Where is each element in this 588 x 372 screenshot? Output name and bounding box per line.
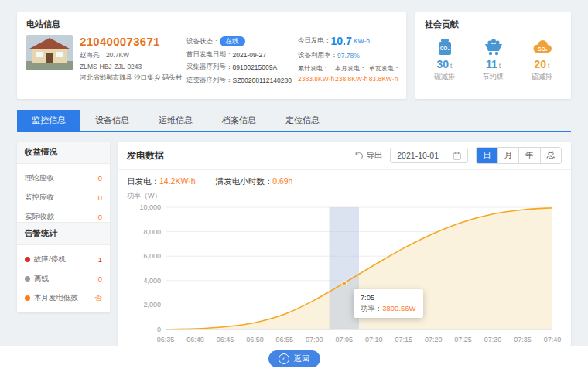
station-owner-line: 赵海亮 20.7KW — [80, 51, 186, 60]
chart-toolbar: 导出 2021-10-01 日 月 年 — [354, 147, 562, 164]
revenue-row: 实际收款 0 — [17, 203, 110, 222]
contribution-panel-title: 社会贡献 — [415, 12, 571, 33]
range-year-button[interactable]: 年 — [518, 148, 540, 163]
alarm-value: 0 — [98, 275, 102, 283]
today-gen-label: 今日发电： — [298, 36, 331, 46]
today-gen-value: 10.7 — [331, 35, 352, 47]
inverter-label: 逆变器序列号： — [186, 76, 233, 85]
range-month-button[interactable]: 月 — [497, 148, 519, 163]
footer-bar: ‹ 返回 — [0, 346, 588, 372]
svg-text:06:45: 06:45 — [217, 336, 234, 343]
per-watt-stat: 单瓦发电： 83.8KW·h — [369, 64, 397, 83]
svg-text:2,000: 2,000 — [143, 301, 161, 309]
contribution-items: CO₂ 30t 碳减排 — [415, 33, 571, 82]
svg-text:06:55: 06:55 — [276, 336, 294, 343]
month-gen-label: 本月发电： — [335, 64, 365, 73]
svg-text:07:20: 07:20 — [425, 336, 443, 343]
station-basic-info: 210400073671 赵海亮 20.7KW ZLMS-HBJ-ZJL-024… — [80, 35, 186, 88]
collector-sn: 89100215009A — [233, 63, 278, 71]
daily-gen-label: 日发电： — [127, 176, 159, 186]
owner-name: 赵海亮 — [80, 51, 100, 59]
device-status-label: 设备状态： — [186, 37, 220, 46]
total-gen-stat: 累计发电： 2383.8KW·h — [298, 64, 331, 83]
per-watt-label: 单瓦发电： — [369, 64, 397, 73]
svg-text:07:25: 07:25 — [454, 336, 472, 343]
online-badge: 在线 — [220, 36, 245, 46]
tab-monitor-info[interactable]: 监控信息 — [17, 110, 80, 131]
coal-label: 节约煤 — [471, 72, 516, 82]
full-hours-value: 0.69h — [272, 176, 292, 186]
coal-cart-icon — [484, 38, 504, 56]
generation-stats: 累计发电： 2383.8KW·h 本月发电： 238.8KW·h 单瓦发电： 8… — [298, 64, 397, 83]
svg-text:07:15: 07:15 — [395, 336, 412, 343]
total-gen-label: 累计发电： — [298, 64, 331, 73]
station-address: 河北省邯郸市魏县 沙口集乡 码头村 — [80, 73, 186, 83]
alarm-label: 离线 — [34, 274, 49, 284]
station-panel-title: 电站信息 — [17, 12, 406, 33]
alarm-value: 1 — [98, 255, 102, 264]
first-gen-date: 2021-09-27 — [233, 51, 266, 59]
generation-chart[interactable]: 02,0004,0006,0008,00010,00006:3506:4006:… — [127, 201, 562, 351]
export-icon — [354, 152, 363, 160]
inverter-sn: SZ00208112140280 — [233, 77, 292, 84]
station-code: ZLMS-HBJ-ZJL-0243 — [80, 63, 186, 70]
chart-header: 发电数据 导出 2021-10-01 — [118, 142, 571, 170]
page: 电站信息 210400073671 赵海 — [0, 0, 588, 372]
co2-reduction-item: CO₂ 30t 碳减排 — [422, 36, 467, 82]
alarm-row: 本月发电低效 否 — [17, 284, 110, 303]
svg-text:07:35: 07:35 — [514, 336, 532, 343]
y-axis-title: 功率（W） — [118, 187, 571, 201]
alarm-row: 故障/停机 1 — [17, 245, 110, 264]
date-picker[interactable]: 2021-10-01 — [390, 148, 468, 163]
back-button[interactable]: ‹ 返回 — [268, 350, 320, 367]
alarm-label: 故障/停机 — [34, 254, 66, 264]
side-stats-panel: 收益情况 理论应收 0 监控应收 0 实际收款 0 告警统计 故障/停机 1 离… — [17, 142, 110, 312]
first-gen-row: 首日发电日期： 2021-09-27 — [186, 50, 298, 60]
chart-canvas[interactable]: 02,0004,0006,0008,00010,00006:3506:4006:… — [127, 201, 562, 348]
tab-device-info[interactable]: 设备信息 — [80, 110, 144, 131]
so2-label: 硫减排 — [520, 72, 565, 82]
range-total-button[interactable]: 总 — [540, 148, 562, 163]
export-button[interactable]: 导出 — [354, 150, 382, 161]
range-day-button[interactable]: 日 — [477, 148, 497, 163]
co2-label: 碳减排 — [422, 72, 467, 82]
device-status-row: 设备状态： 在线 — [186, 36, 298, 46]
svg-text:8,000: 8,000 — [143, 228, 161, 236]
co2-value: 30t — [422, 58, 467, 70]
svg-text:07:00: 07:00 — [306, 336, 323, 343]
svg-text:07:30: 07:30 — [484, 336, 502, 343]
svg-text:07:40: 07:40 — [544, 336, 562, 343]
svg-text:06:50: 06:50 — [246, 336, 264, 343]
inverter-row: 逆变器序列号： SZ00208112140280 — [186, 76, 298, 85]
range-switcher: 日 月 年 总 — [476, 147, 562, 164]
top-row: 电站信息 210400073671 赵海 — [0, 0, 588, 99]
station-capacity: 20.7KW — [106, 51, 129, 59]
tab-location-info[interactable]: 定位信息 — [271, 110, 334, 131]
utilization-value: 97.78% — [337, 52, 360, 60]
fault-status-dot — [25, 257, 30, 262]
alarm-row: 离线 0 — [17, 264, 110, 284]
generation-data-panel: 发电数据 导出 2021-10-01 — [118, 142, 571, 346]
svg-text:10,000: 10,000 — [139, 203, 161, 211]
revenue-row: 理论应收 0 — [17, 164, 110, 183]
svg-text:06:40: 06:40 — [186, 336, 204, 343]
revenue-value: 0 — [98, 174, 102, 183]
svg-text:SO₂: SO₂ — [538, 46, 547, 52]
full-hours-label: 满发电小时数： — [216, 176, 273, 186]
export-label: 导出 — [366, 150, 382, 161]
alarm-value: 否 — [95, 293, 103, 303]
revenue-value: 0 — [98, 213, 102, 221]
utilization-label: 设备利用率： — [298, 51, 337, 60]
revenue-label: 监控应收 — [25, 193, 54, 203]
calendar-icon — [453, 152, 461, 160]
coal-saving-item: 11t 节约煤 — [471, 36, 516, 82]
device-info-column: 设备状态： 在线 首日发电日期： 2021-09-27 采集器序列号： 8910… — [186, 35, 298, 88]
tab-archive-info[interactable]: 档案信息 — [207, 110, 271, 131]
per-watt-value: 83.8KW·h — [369, 75, 397, 83]
svg-text:6,000: 6,000 — [143, 252, 161, 260]
tab-operation-info[interactable]: 运维信息 — [144, 110, 207, 131]
collector-row: 采集器序列号： 89100215009A — [186, 63, 298, 72]
offline-status-dot — [25, 276, 30, 282]
svg-text:07:10: 07:10 — [365, 336, 383, 343]
month-gen-stat: 本月发电： 238.8KW·h — [335, 64, 365, 83]
